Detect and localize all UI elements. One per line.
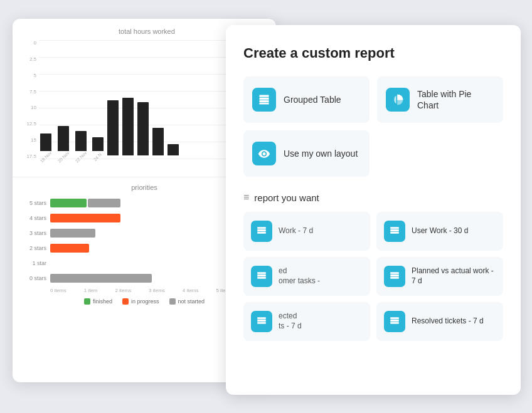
legend-label-finished: finished <box>93 298 112 305</box>
legend-color-finished <box>84 298 90 305</box>
existing-report-work-7d[interactable]: Work - 7 d <box>243 212 370 251</box>
y-label: 7.5 <box>23 89 36 95</box>
report-icon-box <box>251 311 272 332</box>
legend-color-in-progress <box>122 298 129 305</box>
report-label-planned-vs-actual: Planned vs actual work - 7 d <box>412 266 496 286</box>
grouped-table-label: Grouped Table <box>284 94 341 105</box>
pie-icon <box>391 93 404 106</box>
hours-bar <box>137 102 149 155</box>
table-small-icon <box>256 316 267 327</box>
own-layout-label: Use my own layout <box>284 148 358 159</box>
report-type-grid: Grouped Table Table with Pie Chart Use m… <box>243 76 503 177</box>
y-label: 15 <box>23 137 36 143</box>
legend-item-finished: finished <box>84 298 112 305</box>
y-label: 10 <box>23 105 36 110</box>
table-small-icon <box>389 316 400 327</box>
right-card: Create a custom report Grouped Table Tab… <box>226 25 521 395</box>
bar-group <box>107 100 119 159</box>
existing-report-resolved-tickets[interactable]: Resolved tickets - 7 d <box>376 302 503 341</box>
x-label: 4 items <box>183 288 199 293</box>
report-label-resolved-tickets: Resolved tickets - 7 d <box>412 316 484 327</box>
hours-bar <box>75 131 87 151</box>
x-label: 2 items <box>115 288 131 293</box>
existing-report-customer-tasks[interactable]: edomer tasks - <box>243 257 370 296</box>
report-label-customer-tasks: edomer tasks - <box>279 266 320 286</box>
bar-group: 22 Nov <box>74 131 88 159</box>
bar-not-started <box>88 199 120 207</box>
report-icon-box <box>384 221 405 242</box>
existing-reports-grid: Work - 7 d User Work - 30 d edomer tasks… <box>243 212 503 341</box>
report-label-rejected-tickets: ectedts - 7 d <box>279 311 302 331</box>
hours-y-axis: 17.5 15 12.5 10 7.5 5 2.5 0 <box>23 40 36 172</box>
bar-group: 20 Nov <box>56 126 70 159</box>
legend-label-in-progress: in progress <box>131 298 159 305</box>
x-label: 18 Nov <box>40 150 53 164</box>
bar-group <box>152 128 164 159</box>
report-type-own-layout[interactable]: Use my own layout <box>243 130 370 177</box>
report-icon-box <box>384 266 405 287</box>
existing-report-planned-vs-actual[interactable]: Planned vs actual work - 7 d <box>376 257 503 296</box>
hours-bar <box>152 128 164 155</box>
x-label: 0 items <box>50 288 66 293</box>
bar-group <box>168 144 179 159</box>
bar-group <box>122 98 134 159</box>
bar-group <box>137 102 149 159</box>
divider-text: report you want <box>254 192 319 203</box>
table-small-icon <box>256 271 267 282</box>
hours-bar <box>168 144 179 155</box>
legend-color-not-started <box>169 298 176 305</box>
bar-group: 24 N <box>92 137 104 159</box>
hours-bar <box>40 133 51 151</box>
table-small-icon <box>389 226 400 237</box>
hours-bar <box>122 98 134 155</box>
legend-item-in-progress: in progress <box>122 298 159 305</box>
hours-bar <box>92 137 104 151</box>
y-label: 12.5 <box>23 121 36 127</box>
y-label: 2.5 <box>23 56 36 62</box>
bar-not-started <box>50 229 95 238</box>
report-icon-box <box>251 221 272 242</box>
x-label: 24 N <box>93 152 102 162</box>
own-layout-icon-box <box>252 142 276 165</box>
create-report-title: Create a custom report <box>243 45 503 61</box>
x-label: 1 item <box>84 288 98 293</box>
priority-label: 3 stars <box>23 230 46 236</box>
legend-item-not-started: not started <box>169 298 205 305</box>
table-small-icon <box>256 226 267 237</box>
priority-label: 0 stars <box>23 275 46 281</box>
report-label-work-7d: Work - 7 d <box>279 226 313 236</box>
section-divider: ≡ report you want <box>243 192 503 203</box>
priority-label: 5 stars <box>23 200 46 206</box>
bar-not-started <box>50 274 152 283</box>
hours-bar <box>107 100 119 155</box>
grouped-table-icon-box <box>252 88 276 112</box>
existing-report-user-work-30d[interactable]: User Work - 30 d <box>376 212 503 251</box>
legend-label-not-started: not started <box>178 298 205 305</box>
bar-in-progress <box>50 244 89 253</box>
existing-report-rejected-tickets[interactable]: ectedts - 7 d <box>243 302 370 341</box>
bar-finished <box>50 199 87 207</box>
bar-group: 18 Nov <box>39 133 53 159</box>
table-icon <box>258 93 270 106</box>
table-small-icon <box>389 271 400 282</box>
y-label: 17.5 <box>23 154 36 159</box>
y-label: 5 <box>23 73 36 78</box>
pie-chart-icon-box <box>386 88 410 112</box>
x-label: 3 items <box>149 288 165 293</box>
priority-label: 1 star <box>23 260 46 266</box>
priority-label: 4 stars <box>23 215 46 221</box>
x-label: 20 Nov <box>57 150 70 164</box>
report-type-table-pie-chart[interactable]: Table with Pie Chart <box>377 76 503 123</box>
report-label-user-work-30d: User Work - 30 d <box>412 226 468 236</box>
table-pie-chart-label: Table with Pie Chart <box>417 88 494 111</box>
hours-bar <box>58 126 69 151</box>
x-label: 22 Nov <box>75 150 88 164</box>
divider-icon: ≡ <box>243 192 249 203</box>
report-type-grouped-table[interactable]: Grouped Table <box>243 76 370 123</box>
report-icon-box <box>251 266 272 287</box>
priority-label: 2 stars <box>23 245 46 251</box>
bar-in-progress <box>50 214 120 222</box>
report-icon-box <box>384 311 405 332</box>
y-label: 0 <box>23 40 36 46</box>
eye-icon <box>258 147 270 160</box>
